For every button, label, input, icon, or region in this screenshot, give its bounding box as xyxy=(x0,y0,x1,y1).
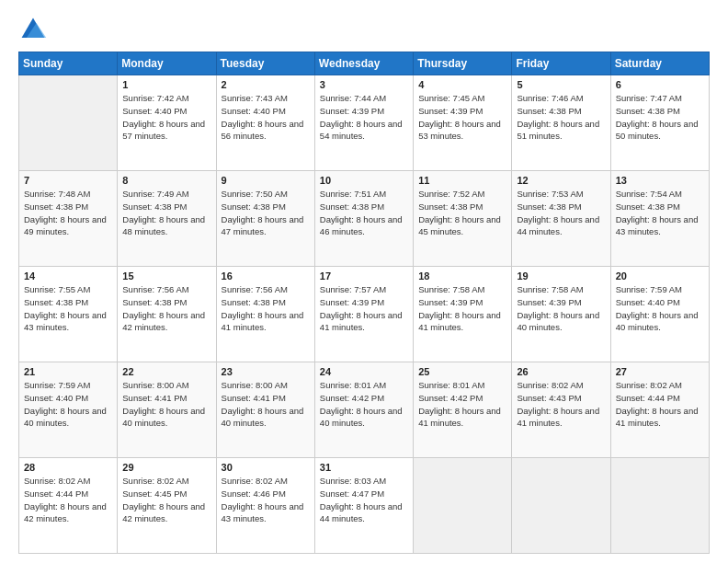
calendar-cell: 15 Sunrise: 7:56 AMSunset: 4:38 PMDaylig… xyxy=(118,267,216,362)
day-number: 12 xyxy=(517,175,605,186)
day-info: Sunrise: 7:59 AMSunset: 4:40 PMDaylight:… xyxy=(616,284,699,332)
calendar-cell: 16 Sunrise: 7:56 AMSunset: 4:38 PMDaylig… xyxy=(216,267,314,362)
day-info: Sunrise: 7:56 AMSunset: 4:38 PMDaylight:… xyxy=(222,284,304,332)
calendar-header-tuesday: Tuesday xyxy=(216,52,314,75)
calendar-cell: 30 Sunrise: 8:02 AMSunset: 4:46 PMDaylig… xyxy=(216,458,314,554)
day-info: Sunrise: 7:43 AMSunset: 4:40 PMDaylight:… xyxy=(222,93,304,141)
day-number: 27 xyxy=(616,366,704,377)
day-number: 23 xyxy=(222,366,310,377)
day-number: 10 xyxy=(320,175,408,186)
calendar-cell: 20 Sunrise: 7:59 AMSunset: 4:40 PMDaylig… xyxy=(610,267,709,362)
calendar-week-3: 21 Sunrise: 7:59 AMSunset: 4:40 PMDaylig… xyxy=(19,362,710,458)
day-info: Sunrise: 8:01 AMSunset: 4:42 PMDaylight:… xyxy=(320,380,403,428)
day-info: Sunrise: 7:56 AMSunset: 4:38 PMDaylight:… xyxy=(122,284,205,332)
calendar-cell: 3 Sunrise: 7:44 AMSunset: 4:39 PMDayligh… xyxy=(314,75,413,171)
calendar-cell xyxy=(19,75,118,171)
day-number: 31 xyxy=(320,462,408,473)
day-number: 16 xyxy=(222,270,310,282)
day-info: Sunrise: 8:03 AMSunset: 4:47 PMDaylight:… xyxy=(320,476,403,523)
day-number: 4 xyxy=(418,79,506,90)
day-number: 28 xyxy=(24,462,112,473)
day-number: 1 xyxy=(122,79,210,90)
day-number: 18 xyxy=(418,270,506,282)
day-info: Sunrise: 8:02 AMSunset: 4:44 PMDaylight:… xyxy=(24,476,107,523)
day-number: 8 xyxy=(122,175,210,186)
calendar-week-2: 14 Sunrise: 7:55 AMSunset: 4:38 PMDaylig… xyxy=(19,267,710,362)
day-number: 20 xyxy=(616,270,704,282)
calendar-week-0: 1 Sunrise: 7:42 AMSunset: 4:40 PMDayligh… xyxy=(19,75,710,171)
calendar-week-4: 28 Sunrise: 8:02 AMSunset: 4:44 PMDaylig… xyxy=(19,458,710,554)
day-number: 25 xyxy=(418,366,506,377)
calendar-cell: 27 Sunrise: 8:02 AMSunset: 4:44 PMDaylig… xyxy=(610,362,709,458)
day-number: 29 xyxy=(122,462,210,473)
day-number: 2 xyxy=(222,79,310,90)
day-number: 26 xyxy=(517,366,605,377)
calendar-cell: 4 Sunrise: 7:45 AMSunset: 4:39 PMDayligh… xyxy=(414,75,512,171)
day-number: 3 xyxy=(320,79,408,90)
calendar-cell: 19 Sunrise: 7:58 AMSunset: 4:39 PMDaylig… xyxy=(512,267,610,362)
calendar-header-sunday: Sunday xyxy=(19,52,118,75)
header xyxy=(18,15,710,44)
logo xyxy=(18,15,51,44)
calendar-header-monday: Monday xyxy=(118,52,216,75)
day-info: Sunrise: 7:55 AMSunset: 4:38 PMDaylight:… xyxy=(24,284,107,332)
calendar-cell: 31 Sunrise: 8:03 AMSunset: 4:47 PMDaylig… xyxy=(314,458,413,554)
calendar-cell: 13 Sunrise: 7:54 AMSunset: 4:38 PMDaylig… xyxy=(610,171,709,267)
day-number: 6 xyxy=(616,79,704,90)
page: SundayMondayTuesdayWednesdayThursdayFrid… xyxy=(0,0,728,563)
day-info: Sunrise: 8:00 AMSunset: 4:41 PMDaylight:… xyxy=(222,380,304,428)
day-number: 22 xyxy=(122,366,210,377)
calendar-cell xyxy=(414,458,512,554)
day-info: Sunrise: 8:01 AMSunset: 4:42 PMDaylight:… xyxy=(418,380,501,428)
day-info: Sunrise: 7:51 AMSunset: 4:38 PMDaylight:… xyxy=(320,189,403,236)
day-info: Sunrise: 7:45 AMSunset: 4:39 PMDaylight:… xyxy=(418,93,501,141)
day-number: 19 xyxy=(517,270,605,282)
day-number: 17 xyxy=(320,270,408,282)
day-number: 14 xyxy=(24,270,112,282)
day-info: Sunrise: 7:47 AMSunset: 4:38 PMDaylight:… xyxy=(616,93,699,141)
calendar-cell: 8 Sunrise: 7:49 AMSunset: 4:38 PMDayligh… xyxy=(118,171,216,267)
day-info: Sunrise: 7:58 AMSunset: 4:39 PMDaylight:… xyxy=(418,284,501,332)
calendar-cell: 9 Sunrise: 7:50 AMSunset: 4:38 PMDayligh… xyxy=(216,171,314,267)
day-info: Sunrise: 8:00 AMSunset: 4:41 PMDaylight:… xyxy=(122,380,205,428)
calendar-cell: 5 Sunrise: 7:46 AMSunset: 4:38 PMDayligh… xyxy=(512,75,610,171)
calendar-header-wednesday: Wednesday xyxy=(314,52,413,75)
day-info: Sunrise: 7:44 AMSunset: 4:39 PMDaylight:… xyxy=(320,93,403,141)
calendar-cell: 14 Sunrise: 7:55 AMSunset: 4:38 PMDaylig… xyxy=(19,267,118,362)
calendar-cell: 6 Sunrise: 7:47 AMSunset: 4:38 PMDayligh… xyxy=(610,75,709,171)
calendar-cell: 17 Sunrise: 7:57 AMSunset: 4:39 PMDaylig… xyxy=(314,267,413,362)
day-info: Sunrise: 8:02 AMSunset: 4:43 PMDaylight:… xyxy=(517,380,599,428)
day-info: Sunrise: 7:42 AMSunset: 4:40 PMDaylight:… xyxy=(122,93,205,141)
day-number: 9 xyxy=(222,175,310,186)
calendar-cell: 28 Sunrise: 8:02 AMSunset: 4:44 PMDaylig… xyxy=(19,458,118,554)
calendar-cell: 26 Sunrise: 8:02 AMSunset: 4:43 PMDaylig… xyxy=(512,362,610,458)
day-number: 30 xyxy=(222,462,310,473)
day-info: Sunrise: 7:53 AMSunset: 4:38 PMDaylight:… xyxy=(517,189,599,236)
day-info: Sunrise: 7:58 AMSunset: 4:39 PMDaylight:… xyxy=(517,284,599,332)
day-number: 15 xyxy=(122,270,210,282)
calendar-header-friday: Friday xyxy=(512,52,610,75)
calendar-cell: 10 Sunrise: 7:51 AMSunset: 4:38 PMDaylig… xyxy=(314,171,413,267)
day-info: Sunrise: 8:02 AMSunset: 4:44 PMDaylight:… xyxy=(616,380,699,428)
day-number: 7 xyxy=(24,175,112,186)
day-info: Sunrise: 7:46 AMSunset: 4:38 PMDaylight:… xyxy=(517,93,599,141)
day-number: 13 xyxy=(616,175,704,186)
calendar-cell: 29 Sunrise: 8:02 AMSunset: 4:45 PMDaylig… xyxy=(118,458,216,554)
logo-icon xyxy=(18,15,48,44)
calendar-header-row: SundayMondayTuesdayWednesdayThursdayFrid… xyxy=(19,52,710,75)
calendar-cell: 7 Sunrise: 7:48 AMSunset: 4:38 PMDayligh… xyxy=(19,171,118,267)
calendar-cell: 21 Sunrise: 7:59 AMSunset: 4:40 PMDaylig… xyxy=(19,362,118,458)
calendar-cell: 23 Sunrise: 8:00 AMSunset: 4:41 PMDaylig… xyxy=(216,362,314,458)
day-info: Sunrise: 7:50 AMSunset: 4:38 PMDaylight:… xyxy=(222,189,304,236)
calendar-cell: 18 Sunrise: 7:58 AMSunset: 4:39 PMDaylig… xyxy=(414,267,512,362)
day-info: Sunrise: 7:52 AMSunset: 4:38 PMDaylight:… xyxy=(418,189,501,236)
day-info: Sunrise: 8:02 AMSunset: 4:45 PMDaylight:… xyxy=(122,476,205,523)
day-info: Sunrise: 7:54 AMSunset: 4:38 PMDaylight:… xyxy=(616,189,699,236)
calendar-cell: 11 Sunrise: 7:52 AMSunset: 4:38 PMDaylig… xyxy=(414,171,512,267)
calendar-cell: 2 Sunrise: 7:43 AMSunset: 4:40 PMDayligh… xyxy=(216,75,314,171)
calendar-week-1: 7 Sunrise: 7:48 AMSunset: 4:38 PMDayligh… xyxy=(19,171,710,267)
calendar: SundayMondayTuesdayWednesdayThursdayFrid… xyxy=(18,52,710,554)
day-number: 11 xyxy=(418,175,506,186)
calendar-cell: 22 Sunrise: 8:00 AMSunset: 4:41 PMDaylig… xyxy=(118,362,216,458)
calendar-cell: 25 Sunrise: 8:01 AMSunset: 4:42 PMDaylig… xyxy=(414,362,512,458)
